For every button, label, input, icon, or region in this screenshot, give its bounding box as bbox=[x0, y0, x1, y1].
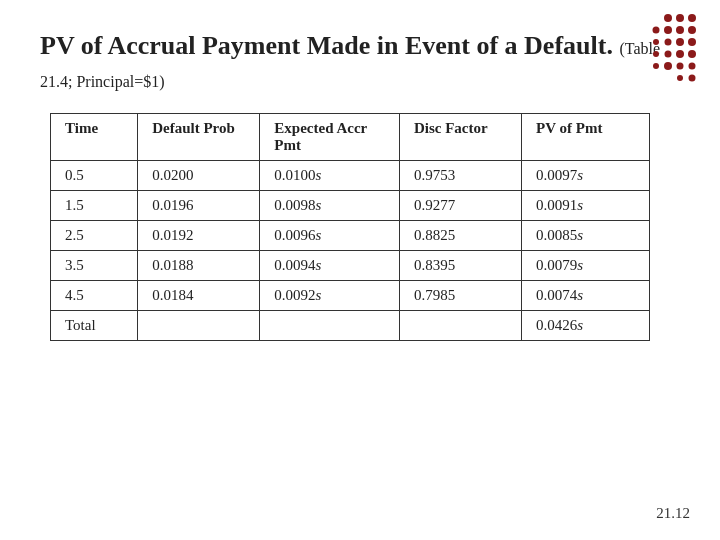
cell-r4-c1: 0.0184 bbox=[138, 281, 260, 311]
cell-r2-c2: 0.0096s bbox=[260, 221, 400, 251]
cell-r2-c0: 2.5 bbox=[51, 221, 138, 251]
table-row: 0.50.02000.0100s0.97530.0097s bbox=[51, 161, 650, 191]
cell-r0-c0: 0.5 bbox=[51, 161, 138, 191]
table-row: 3.50.01880.0094s0.83950.0079s bbox=[51, 251, 650, 281]
header-expected: Expected Accr Pmt bbox=[260, 114, 400, 161]
cell-r3-c4: 0.0079s bbox=[522, 251, 650, 281]
cell-r0-c3: 0.9753 bbox=[399, 161, 521, 191]
decorative-dots bbox=[620, 10, 700, 100]
cell-r2-c1: 0.0192 bbox=[138, 221, 260, 251]
svg-point-5 bbox=[664, 26, 672, 34]
cell-r3-c1: 0.0188 bbox=[138, 251, 260, 281]
cell-r3-c3: 0.8395 bbox=[399, 251, 521, 281]
cell-r3-c0: 3.5 bbox=[51, 251, 138, 281]
table-row: 2.50.01920.0096s0.88250.0085s bbox=[51, 221, 650, 251]
cell-r4-c2: 0.0092s bbox=[260, 281, 400, 311]
header-pv: PV of Pmt bbox=[522, 114, 650, 161]
cell-r2-c4: 0.0085s bbox=[522, 221, 650, 251]
svg-point-18 bbox=[653, 63, 659, 69]
svg-point-4 bbox=[676, 26, 684, 34]
cell-r5-c1 bbox=[138, 311, 260, 341]
table-row: 1.50.01960.0098s0.92770.0091s bbox=[51, 191, 650, 221]
main-table: Time Default Prob Expected Accr Pmt Disc… bbox=[50, 113, 650, 341]
cell-r5-c4: 0.0426s bbox=[522, 311, 650, 341]
svg-point-9 bbox=[665, 39, 672, 46]
cell-r0-c2: 0.0100s bbox=[260, 161, 400, 191]
svg-point-13 bbox=[665, 51, 672, 58]
cell-r1-c0: 1.5 bbox=[51, 191, 138, 221]
page-number: 21.12 bbox=[656, 505, 690, 522]
svg-point-8 bbox=[676, 38, 684, 46]
cell-r1-c2: 0.0098s bbox=[260, 191, 400, 221]
cell-r3-c2: 0.0094s bbox=[260, 251, 400, 281]
header-defprob: Default Prob bbox=[138, 114, 260, 161]
cell-r5-c2 bbox=[260, 311, 400, 341]
svg-point-12 bbox=[676, 50, 684, 58]
cell-r4-c0: 4.5 bbox=[51, 281, 138, 311]
cell-r1-c3: 0.9277 bbox=[399, 191, 521, 221]
table-row: Total0.0426s bbox=[51, 311, 650, 341]
cell-r0-c4: 0.0097s bbox=[522, 161, 650, 191]
svg-point-1 bbox=[676, 14, 684, 22]
cell-r4-c3: 0.7985 bbox=[399, 281, 521, 311]
cell-r5-c3 bbox=[399, 311, 521, 341]
cell-r1-c4: 0.0091s bbox=[522, 191, 650, 221]
svg-point-7 bbox=[688, 38, 696, 46]
table-row: 4.50.01840.0092s0.79850.0074s bbox=[51, 281, 650, 311]
svg-point-3 bbox=[688, 26, 696, 34]
cell-r5-c0: Total bbox=[51, 311, 138, 341]
svg-point-10 bbox=[653, 39, 659, 45]
svg-point-14 bbox=[653, 51, 659, 57]
svg-point-20 bbox=[677, 75, 683, 81]
cell-r2-c3: 0.8825 bbox=[399, 221, 521, 251]
svg-point-17 bbox=[664, 62, 672, 70]
page-container: PV of Accrual Payment Made in Event of a… bbox=[0, 0, 720, 540]
svg-point-16 bbox=[677, 63, 684, 70]
page-title: PV of Accrual Payment Made in Event of a… bbox=[40, 30, 680, 95]
header-time: Time bbox=[51, 114, 138, 161]
cell-r0-c1: 0.0200 bbox=[138, 161, 260, 191]
svg-point-11 bbox=[688, 50, 696, 58]
svg-point-0 bbox=[688, 14, 696, 22]
svg-point-2 bbox=[664, 14, 672, 22]
svg-point-15 bbox=[689, 63, 696, 70]
cell-r4-c4: 0.0074s bbox=[522, 281, 650, 311]
svg-point-6 bbox=[653, 27, 660, 34]
svg-point-19 bbox=[689, 75, 696, 82]
header-disc: Disc Factor bbox=[399, 114, 521, 161]
cell-r1-c1: 0.0196 bbox=[138, 191, 260, 221]
